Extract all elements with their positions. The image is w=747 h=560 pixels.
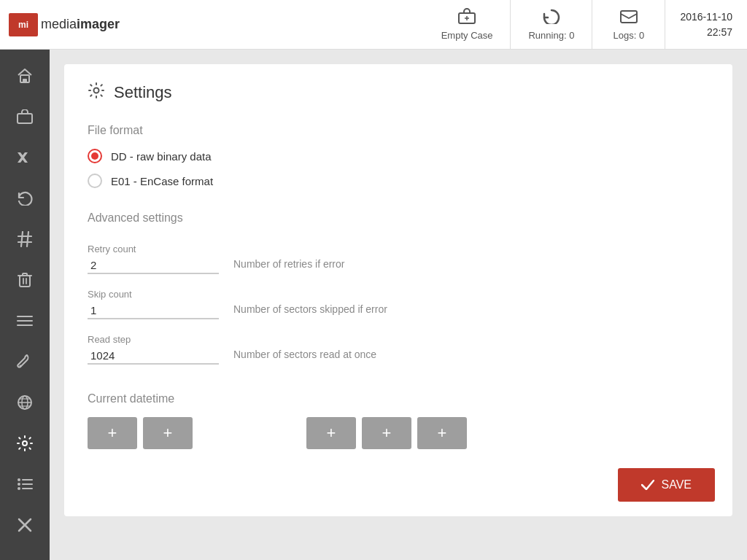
sidebar-item-trash[interactable] (0, 260, 50, 300)
read-step-label: Read step (88, 334, 233, 345)
svg-point-34 (94, 88, 99, 93)
datetime-gap (198, 417, 301, 449)
datetime-btn-5[interactable]: + (417, 417, 467, 449)
save-checkmark-icon (641, 480, 654, 490)
svg-point-26 (18, 478, 20, 481)
svg-line-10 (27, 232, 28, 246)
logo-box: mi (9, 13, 38, 36)
read-step-input[interactable] (88, 348, 219, 365)
skip-count-input[interactable] (88, 303, 219, 319)
retry-count-description: Number of retries if error (233, 244, 344, 270)
radio-e01-label: E01 - EnCase format (111, 175, 213, 187)
file-format-title: File format (88, 124, 709, 137)
time-display: 22:57 (680, 25, 732, 40)
read-step-row: Read step Number of sectors read at once (88, 327, 709, 372)
datetime-display: 2016-11-10 22:57 (665, 9, 747, 40)
sidebar-item-settings[interactable] (0, 423, 50, 464)
svg-point-27 (18, 483, 20, 486)
settings-title-text: Settings (114, 83, 172, 102)
sidebar-item-home[interactable] (0, 55, 50, 96)
datetime-btn-4[interactable]: + (362, 417, 411, 449)
advanced-settings-title: Advanced settings (88, 211, 709, 225)
logs-icon (619, 8, 638, 28)
datetime-btn-3[interactable]: + (306, 417, 356, 449)
datetime-buttons: + + + + + (88, 417, 709, 449)
skip-count-label: Skip count (88, 289, 233, 300)
main-content: Settings File format DD - raw binary dat… (50, 50, 747, 560)
skip-count-left: Skip count (88, 289, 233, 319)
radio-dd-label: DD - raw binary data (111, 150, 212, 163)
sidebar (0, 50, 50, 560)
svg-point-19 (20, 365, 22, 368)
advanced-settings-section: Advanced settings Retry count Number of … (88, 211, 709, 372)
sidebar-item-shuffle[interactable] (0, 137, 50, 178)
retry-count-input[interactable] (88, 257, 219, 274)
datetime-section: Current datetime + + + + + (88, 392, 709, 449)
main-layout: Settings File format DD - raw binary dat… (0, 50, 747, 560)
radio-e01[interactable]: E01 - EnCase format (88, 174, 709, 188)
datetime-btn-2[interactable]: + (143, 417, 193, 449)
svg-rect-13 (20, 276, 30, 287)
radio-e01-circle[interactable] (88, 174, 102, 188)
retry-count-left: Retry count (88, 244, 233, 274)
svg-text:mi: mi (18, 20, 28, 30)
case-nav-item[interactable]: Empty Case (424, 0, 511, 50)
app-logo: mi mediaimager (0, 13, 128, 36)
sidebar-item-case[interactable] (0, 96, 50, 137)
running-nav-item[interactable]: Running: 0 (511, 0, 592, 50)
case-label: Empty Case (441, 30, 493, 41)
settings-panel: Settings File format DD - raw binary dat… (64, 64, 732, 516)
datetime-btn-1[interactable]: + (88, 417, 137, 449)
skip-count-description: Number of sectors skipped if error (233, 289, 387, 315)
svg-point-28 (18, 487, 20, 490)
logo-name: mediaimager (41, 17, 120, 32)
retry-count-label: Retry count (88, 244, 233, 254)
file-format-section: File format DD - raw binary data E01 - E… (88, 124, 709, 188)
retry-count-row: Retry count Number of retries if error (88, 236, 709, 281)
logs-nav-item[interactable]: Logs: 0 (592, 0, 665, 50)
date-display: 2016-11-10 (680, 9, 732, 25)
header-navigation: Empty Case Running: 0 Logs: 0 2016-11-10 (424, 0, 747, 50)
sidebar-item-undo[interactable] (0, 178, 50, 219)
sidebar-item-hash[interactable] (0, 219, 50, 260)
sidebar-item-list[interactable] (0, 300, 50, 341)
case-icon (457, 8, 476, 28)
running-icon (542, 8, 561, 28)
read-step-description: Number of sectors read at once (233, 334, 376, 360)
radio-dd-circle[interactable] (88, 149, 102, 163)
save-button-label: SAVE (662, 478, 692, 491)
running-label: Running: 0 (528, 30, 574, 41)
svg-rect-7 (23, 79, 27, 82)
read-step-left: Read step (88, 334, 233, 365)
svg-point-25 (23, 441, 27, 446)
sidebar-item-close[interactable] (0, 505, 50, 545)
svg-rect-8 (18, 114, 32, 123)
svg-rect-5 (621, 11, 637, 23)
datetime-title: Current datetime (88, 392, 709, 405)
sidebar-item-globe[interactable] (0, 382, 50, 423)
svg-line-9 (21, 232, 23, 246)
settings-title-row: Settings (88, 82, 709, 104)
save-button[interactable]: SAVE (618, 468, 716, 502)
sidebar-item-tools[interactable] (0, 341, 50, 382)
logs-label: Logs: 0 (614, 30, 645, 41)
app-header: mi mediaimager Empty Case (0, 0, 747, 50)
radio-dd[interactable]: DD - raw binary data (88, 149, 709, 163)
sidebar-item-menu[interactable] (0, 464, 50, 505)
settings-gear-icon (88, 82, 105, 104)
skip-count-row: Skip count Number of sectors skipped if … (88, 281, 709, 327)
